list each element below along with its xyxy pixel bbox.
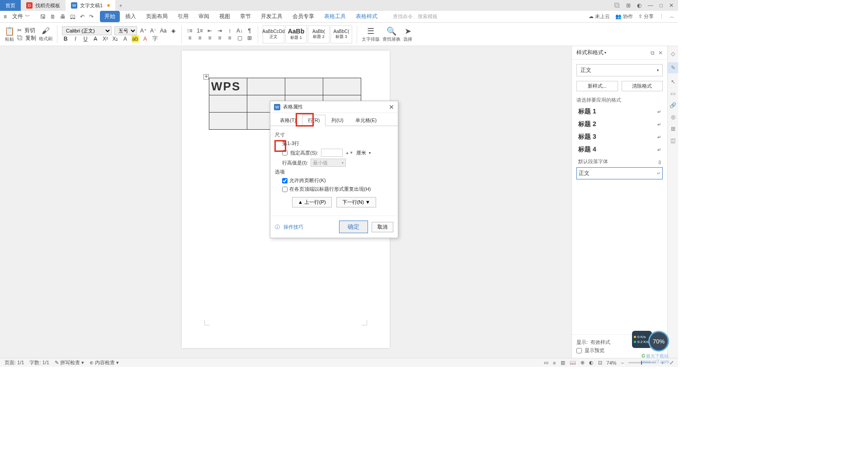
bold-button[interactable]: B — [62, 35, 69, 42]
bullets-icon[interactable]: ⁝≡ — [186, 27, 193, 34]
font-size-select[interactable]: 五号 — [114, 26, 137, 35]
dialog-titlebar[interactable]: W 表格属性 ✕ — [270, 101, 398, 113]
print-preview-icon[interactable]: 🕮 — [70, 14, 75, 20]
tab-templates[interactable]: D 找稻壳模板 — [21, 0, 66, 11]
select-button[interactable]: ➤选择 — [403, 26, 412, 42]
share-button[interactable]: ⇧ 分享 — [638, 13, 654, 20]
collapse-ribbon-icon[interactable]: ︿ — [670, 13, 675, 20]
view-mode-icon[interactable]: ▭ — [544, 360, 548, 366]
style-item-h3[interactable]: 标题 3↵ — [576, 131, 663, 143]
format-painter-button[interactable]: 🖌格式刷 — [39, 26, 52, 42]
contentcheck-status[interactable]: ⊕ 内容检查 ▾ — [90, 359, 119, 366]
show-value-select[interactable]: 有效样式 — [590, 339, 610, 346]
align-left-icon[interactable]: ≡ — [186, 34, 193, 42]
align-justify-icon[interactable]: ≡ — [216, 34, 223, 42]
menu-tablestyle[interactable]: 表格样式 — [351, 11, 382, 22]
grow-font-icon[interactable]: A⁺ — [140, 27, 147, 34]
link-icon[interactable]: 🔗 — [670, 102, 676, 108]
outdent-icon[interactable]: ⇤ — [206, 27, 213, 34]
style-h2[interactable]: AaBb(标题 2 — [308, 25, 330, 43]
expand-icon[interactable]: ⤢ — [670, 360, 674, 366]
page-status[interactable]: 页面: 1/1 — [5, 359, 24, 366]
text-layout-button[interactable]: ☰文字排版 — [362, 26, 380, 42]
linespacing-icon[interactable]: ↕ — [226, 27, 233, 34]
pin-icon[interactable]: ⧉ — [651, 50, 655, 56]
italic-button[interactable]: I — [72, 35, 79, 42]
align-right-icon[interactable]: ≡ — [206, 34, 213, 42]
menu-view[interactable]: 视图 — [215, 11, 235, 22]
print-icon[interactable]: 🖶 — [60, 14, 66, 20]
shrink-font-icon[interactable]: A⁻ — [150, 27, 157, 34]
style-item-normal[interactable]: 正文↵ — [576, 167, 663, 179]
superscript-button[interactable]: X² — [102, 35, 109, 42]
style-item-default-para[interactable]: 默认段落字体a — [576, 156, 663, 167]
menu-tabletools[interactable]: 表格工具 — [320, 11, 350, 22]
strike-button[interactable]: A̶ — [92, 35, 99, 42]
prev-row-button[interactable]: ▲ 上一行(P) — [292, 197, 332, 207]
phonetic-icon[interactable]: 字 — [151, 35, 159, 42]
tips-link[interactable]: 操作技巧 — [283, 224, 303, 230]
coop-button[interactable]: 👥 协作 — [615, 13, 633, 20]
find-replace-button[interactable]: 🔍查找替换 — [382, 26, 401, 42]
redo-icon[interactable]: ↷ — [89, 14, 94, 20]
font-name-select[interactable]: Calibri (正文) — [62, 26, 112, 35]
view-full-icon[interactable]: ⊕ — [580, 360, 585, 366]
apps-icon[interactable]: ⊞ — [626, 2, 631, 9]
theme-icon[interactable]: ◐ — [637, 2, 642, 9]
font-color-button[interactable]: A — [142, 35, 149, 42]
location-icon[interactable]: ◎ — [671, 114, 675, 120]
repeat-header-checkbox[interactable]: 在各页顶端以标题行形式重复出现(H) — [282, 186, 393, 193]
paste-group[interactable]: 📋粘贴 — [5, 26, 14, 42]
shape-icon[interactable]: ▭ — [670, 90, 675, 97]
maximize-button[interactable]: □ — [660, 2, 663, 9]
tab-add-button[interactable]: ＋ — [115, 2, 126, 9]
panel-close-icon[interactable]: ✕ — [658, 50, 663, 56]
zoom-value[interactable]: 74% — [607, 360, 617, 366]
current-style-select[interactable]: 正文▾ — [576, 64, 663, 76]
view-outline-icon[interactable]: ≡ — [553, 360, 556, 366]
dialog-tab-cell[interactable]: 单元格(E) — [349, 115, 383, 126]
borders-icon[interactable]: ⊞ — [246, 34, 253, 42]
scissors-icon[interactable]: ✂ — [17, 27, 22, 33]
table-cell[interactable]: WPS — [209, 78, 247, 95]
style-item-h4[interactable]: 标题 4↵ — [576, 143, 663, 156]
sort-icon[interactable]: A↓ — [236, 27, 243, 34]
tab-home[interactable]: 首页 — [0, 0, 21, 11]
view-web-icon[interactable]: ▥ — [561, 360, 565, 366]
dialog-tab-column[interactable]: 列(U) — [326, 115, 349, 126]
menu-devtools[interactable]: 开发工具 — [256, 11, 287, 22]
menu-review[interactable]: 审阅 — [194, 11, 214, 22]
clear-format-icon[interactable]: ◈ — [170, 27, 177, 34]
ok-button[interactable]: 确定 — [339, 221, 368, 233]
copy-button[interactable]: 复制 — [25, 34, 36, 42]
subscript-button[interactable]: X₂ — [112, 35, 119, 42]
indent-icon[interactable]: ⇥ — [216, 27, 223, 34]
minimize-button[interactable]: — — [648, 2, 653, 9]
view-focus-icon[interactable]: ◐ — [589, 360, 594, 366]
shading-icon[interactable]: ▢ — [236, 34, 243, 42]
showmarks-icon[interactable]: ¶ — [246, 27, 253, 34]
style-item-h1[interactable]: 标题 1↵ — [576, 105, 663, 118]
file-menu[interactable]: 文件﹀ — [9, 12, 33, 21]
dialog-tab-table[interactable]: 表格(T) — [274, 115, 302, 126]
underline-button[interactable]: U — [82, 35, 89, 42]
style-normal[interactable]: AaBbCcDd正文 — [263, 25, 284, 43]
fit-icon[interactable]: ⊡ — [598, 360, 602, 366]
highlight-button[interactable]: ab — [132, 35, 139, 42]
grid-icon[interactable]: ⊞ — [671, 126, 675, 132]
close-button[interactable]: ✕ — [669, 2, 674, 9]
numbering-icon[interactable]: 1≡ — [196, 27, 203, 34]
cloud-status[interactable]: ☁ 未上云 — [589, 13, 610, 20]
spellcheck-status[interactable]: ✎ 拼写检查 ▾ — [55, 359, 84, 366]
distribute-icon[interactable]: ≡ — [226, 34, 233, 42]
next-row-button[interactable]: 下一行(N) ▼ — [336, 197, 376, 207]
diamond-icon[interactable]: ◇ — [671, 51, 675, 57]
view-read-icon[interactable]: 📖 — [570, 360, 576, 366]
layout-icon[interactable]: ⿻ — [614, 2, 620, 9]
style-h1[interactable]: AaBb标题 1 — [285, 25, 307, 43]
change-case-icon[interactable]: Aa — [160, 27, 167, 34]
cut-button[interactable]: 剪切 — [24, 27, 35, 34]
specify-height-checkbox[interactable] — [282, 150, 288, 155]
allow-break-checkbox[interactable]: 允许跨页断行(K) — [282, 177, 393, 184]
menu-sections[interactable]: 章节 — [236, 11, 255, 22]
